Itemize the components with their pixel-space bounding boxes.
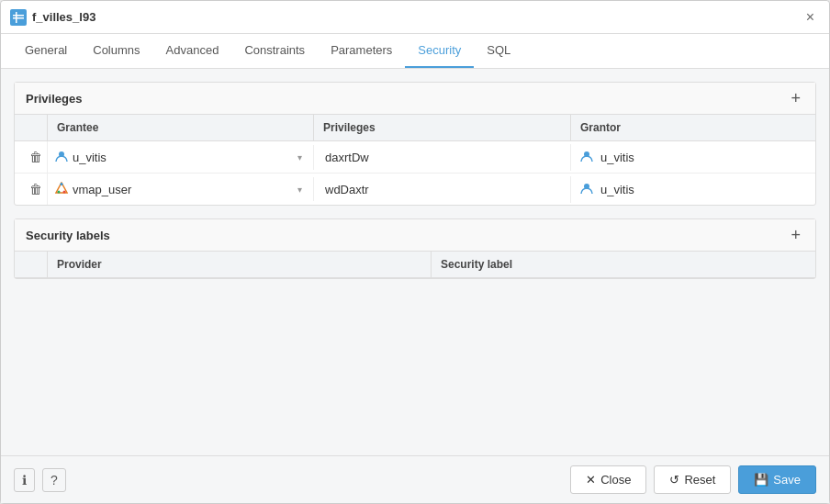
reset-icon: ↺ [669, 473, 679, 487]
security-labels-section: Security labels + Provider Security labe… [14, 218, 816, 279]
dialog: f_villes_l93 × General Columns Advanced … [0, 0, 830, 504]
col-header-grantor: Grantor [571, 115, 815, 140]
security-labels-title: Security labels [26, 229, 110, 242]
row1-user-icon [55, 150, 68, 165]
row1-delete-cell: 🗑 [15, 141, 48, 173]
row2-delete-cell: 🗑 [15, 174, 48, 205]
reset-button[interactable]: ↺ Reset [654, 465, 731, 494]
row1-grantee-value: u_vitis [73, 151, 107, 164]
security-labels-add-button[interactable]: + [787, 227, 804, 243]
row1-privileges-cell[interactable] [314, 144, 571, 171]
privileges-table-header: Grantee Privileges Grantor [15, 115, 815, 141]
svg-point-7 [58, 191, 61, 194]
close-label: Close [600, 473, 631, 487]
title-bar-left: f_villes_l93 [10, 9, 95, 26]
privileges-section: Privileges + Grantee Privileges Grantor … [14, 82, 816, 206]
footer-left-buttons: ℹ ? [14, 468, 66, 492]
row2-role-icon [55, 182, 68, 196]
dialog-close-button[interactable]: × [801, 7, 820, 28]
svg-point-8 [63, 191, 66, 194]
tab-columns[interactable]: Columns [80, 34, 152, 68]
sec-col-header-delete [15, 252, 48, 277]
security-labels-header: Security labels + [15, 219, 815, 252]
row1-grantor-cell: u_vitis [571, 145, 815, 170]
save-label: Save [773, 473, 801, 487]
dialog-title: f_villes_l93 [32, 10, 95, 24]
row2-dropdown-arrow[interactable]: ▾ [294, 185, 306, 195]
svg-rect-3 [16, 12, 17, 23]
row2-privileges-cell[interactable] [314, 176, 571, 203]
security-labels-table: Provider Security label [15, 252, 815, 278]
privileges-table: Grantee Privileges Grantor 🗑 [15, 115, 815, 205]
row1-dropdown-arrow[interactable]: ▾ [294, 152, 306, 162]
tab-security[interactable]: Security [405, 34, 474, 68]
table-row: 🗑 vmap_use [15, 174, 815, 205]
tab-advanced[interactable]: Advanced [153, 34, 232, 68]
row1-grantor-value: u_vitis [600, 151, 634, 164]
title-bar: f_villes_l93 × [1, 1, 829, 34]
row2-grantee-wrap: vmap_user ▾ [55, 182, 306, 196]
row1-privileges-input[interactable] [321, 149, 563, 166]
row1-grantee-wrap: u_vitis ▾ [55, 150, 306, 165]
tab-general[interactable]: General [12, 34, 80, 68]
content-area: Privileges + Grantee Privileges Grantor … [1, 69, 829, 455]
sec-col-header-label: Security label [432, 252, 815, 277]
tab-parameters[interactable]: Parameters [318, 34, 405, 68]
row1-delete-button[interactable]: 🗑 [22, 146, 50, 168]
row2-delete-button[interactable]: 🗑 [22, 178, 50, 200]
col-header-privileges: Privileges [314, 115, 571, 140]
info-button[interactable]: ℹ [14, 468, 35, 492]
row2-grantor-value: u_vitis [600, 183, 634, 196]
tabs-bar: General Columns Advanced Constraints Par… [1, 34, 829, 69]
privileges-header: Privileges + [15, 83, 815, 115]
tab-constraints[interactable]: Constraints [231, 34, 318, 68]
row1-grantor-icon [580, 150, 593, 165]
privileges-add-button[interactable]: + [787, 90, 804, 106]
help-button[interactable]: ? [42, 468, 66, 492]
row2-grantee-value: vmap_user [73, 183, 131, 196]
row2-grantee-cell: vmap_user ▾ [48, 177, 314, 201]
save-button[interactable]: 💾 Save [738, 465, 816, 494]
footer-right-buttons: ✕ Close ↺ Reset 💾 Save [570, 465, 816, 494]
close-icon: ✕ [586, 473, 596, 487]
svg-rect-2 [13, 17, 24, 19]
table-icon [10, 9, 27, 26]
row2-grantor-cell: u_vitis [571, 177, 815, 202]
col-header-delete [15, 115, 48, 140]
row2-privileges-input[interactable] [321, 181, 563, 198]
svg-point-9 [61, 183, 63, 185]
security-labels-table-header: Provider Security label [15, 252, 815, 278]
svg-rect-1 [13, 15, 24, 17]
privileges-title: Privileges [26, 92, 82, 106]
table-row: 🗑 u_vitis ▾ [15, 141, 815, 174]
footer: ℹ ? ✕ Close ↺ Reset 💾 Save [1, 455, 829, 503]
reset-label: Reset [684, 473, 715, 487]
close-button[interactable]: ✕ Close [570, 465, 646, 494]
sec-col-header-provider: Provider [48, 252, 432, 277]
col-header-grantee: Grantee [48, 115, 314, 140]
tab-sql[interactable]: SQL [474, 34, 523, 68]
save-icon: 💾 [754, 473, 768, 487]
row1-grantee-cell: u_vitis ▾ [48, 145, 314, 170]
row2-grantor-icon [580, 182, 593, 197]
